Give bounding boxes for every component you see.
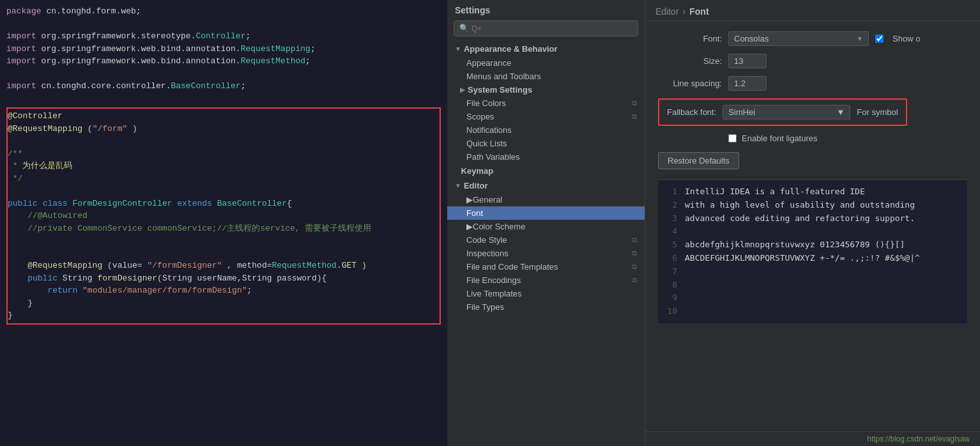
line-spacing-row: Line spacing:	[658, 76, 967, 91]
expand-icon: ▶	[460, 86, 465, 93]
expand-icon: ▼	[455, 45, 461, 52]
sidebar-item-menus-toolbars[interactable]: Menus and Toolbars	[447, 70, 645, 83]
sidebar-item-file-colors[interactable]: File Colors ⧉	[447, 96, 645, 110]
copy-icon: ⧉	[632, 276, 637, 284]
sidebar-item-path-variables[interactable]: Path Variables	[447, 150, 645, 164]
sidebar-item-quick-lists[interactable]: Quick Lists	[447, 137, 645, 150]
url-bar: https://blog.csdn.net/evaglsaw	[645, 431, 980, 446]
copy-icon: ⧉	[632, 263, 637, 271]
preview-line: 5 abcdefghijklmnopqrstuvwxyz 0123456789 …	[666, 238, 960, 252]
sidebar-item-scopes[interactable]: Scopes ⧉	[447, 110, 645, 123]
sidebar-item-general[interactable]: ▶ General	[447, 193, 645, 206]
sidebar-item-appearance[interactable]: Appearance	[447, 56, 645, 70]
breadcrumb-parent: Editor	[655, 6, 679, 17]
expand-icon: ▶	[466, 195, 473, 204]
breadcrumb: Editor › Font	[645, 0, 980, 21]
font-settings-content: Font: Consolas ▼ Show o Size: Line spaci…	[645, 21, 980, 431]
expand-icon: ▼	[455, 182, 461, 189]
breadcrumb-current: Font	[689, 6, 708, 17]
line-spacing-input[interactable]	[728, 76, 767, 91]
section-label: System Settings	[468, 85, 532, 95]
tree-section-appearance-behavior[interactable]: ▼ Appearance & Behavior	[447, 42, 645, 56]
font-value: Consolas	[734, 34, 769, 43]
show-only-label: Show o	[892, 34, 920, 43]
search-input[interactable]	[471, 24, 632, 33]
selected-code-block: @Controller @RequestMapping ("/form" ) /…	[6, 107, 441, 325]
expand-icon	[455, 167, 459, 174]
expand-icon: ▶	[466, 222, 473, 231]
dropdown-arrow-icon: ▼	[857, 35, 863, 42]
size-input[interactable]	[728, 54, 767, 68]
section-label: Appearance & Behavior	[464, 44, 558, 54]
copy-icon: ⧉	[632, 236, 637, 244]
dropdown-arrow-icon: ▼	[836, 107, 845, 117]
preview-line: 9	[666, 291, 960, 305]
line-spacing-label: Line spacing:	[658, 79, 722, 88]
tree-section-keymap[interactable]: Keymap	[447, 164, 645, 178]
fallback-font-label: Fallback font:	[667, 107, 716, 117]
settings-panel: Settings 🔍 ▼ Appearance & Behavior Appea…	[447, 0, 645, 446]
tree-section-system-settings[interactable]: ▶ System Settings	[447, 83, 645, 96]
sidebar-item-color-scheme[interactable]: ▶ Color Scheme	[447, 220, 645, 233]
size-row: Size:	[658, 54, 967, 68]
fallback-font-row: Fallback font: SimHei ▼ For symbol	[658, 98, 907, 126]
font-preview: 1 IntelliJ IDEA is a full-featured IDE 2…	[658, 180, 967, 323]
size-label: Size:	[658, 56, 722, 66]
fallback-font-select[interactable]: SimHei ▼	[723, 105, 850, 119]
fallback-font-value: SimHei	[728, 107, 755, 117]
preview-line: 4	[666, 225, 960, 238]
font-label: Font:	[658, 34, 722, 43]
sidebar-item-font[interactable]: Font	[447, 206, 645, 220]
breadcrumb-separator: ›	[683, 6, 686, 17]
sidebar-item-file-code-templates[interactable]: File and Code Templates ⧉	[447, 260, 645, 273]
code-line: package cn.tonghd.form.web;	[6, 5, 441, 18]
for-symbol-label: For symbol	[857, 107, 898, 117]
code-panel: package cn.tonghd.form.web; import org.s…	[0, 0, 447, 446]
settings-tree: ▼ Appearance & Behavior Appearance Menus…	[447, 42, 645, 446]
sidebar-item-code-style[interactable]: Code Style ⧉	[447, 233, 645, 247]
sidebar-item-file-types[interactable]: File Types	[447, 300, 645, 314]
enable-ligatures-label: Enable font ligatures	[742, 134, 818, 143]
copy-icon: ⧉	[632, 249, 637, 258]
sidebar-item-inspections[interactable]: Inspections ⧉	[447, 247, 645, 260]
sidebar-item-notifications[interactable]: Notifications	[447, 123, 645, 137]
sidebar-item-live-templates[interactable]: Live Templates	[447, 287, 645, 300]
enable-ligatures-row: Enable font ligatures	[728, 134, 967, 143]
preview-line: 6 ABCDEFGHIJKLMNOPQRSTUVWXYZ +-*/= .,;:!…	[666, 252, 960, 265]
preview-line: 2 with a high level of usability and out…	[666, 199, 960, 212]
sidebar-item-file-encodings[interactable]: File Encodings ⧉	[447, 273, 645, 287]
preview-line: 7	[666, 265, 960, 279]
restore-defaults-button[interactable]: Restore Defaults	[658, 152, 739, 169]
section-label: Editor	[464, 181, 488, 190]
search-bar[interactable]: 🔍	[454, 20, 638, 36]
enable-ligatures-checkbox[interactable]	[728, 134, 737, 142]
font-select[interactable]: Consolas ▼	[728, 31, 869, 46]
preview-line: 10	[666, 305, 960, 318]
tree-section-editor[interactable]: ▼ Editor	[447, 178, 645, 193]
right-panel: Editor › Font Font: Consolas ▼ Show o Si…	[645, 0, 980, 446]
preview-line: 3 advanced code editing and refactoring …	[666, 212, 960, 226]
section-label: Keymap	[461, 166, 494, 176]
copy-icon: ⧉	[632, 112, 637, 121]
font-row: Font: Consolas ▼ Show o	[658, 31, 967, 46]
copy-icon: ⧉	[632, 99, 637, 107]
search-icon: 🔍	[459, 24, 469, 33]
preview-line: 8	[666, 279, 960, 292]
settings-title: Settings	[447, 0, 645, 18]
preview-line: 1 IntelliJ IDEA is a full-featured IDE	[666, 185, 960, 199]
show-only-checkbox[interactable]	[875, 35, 884, 43]
